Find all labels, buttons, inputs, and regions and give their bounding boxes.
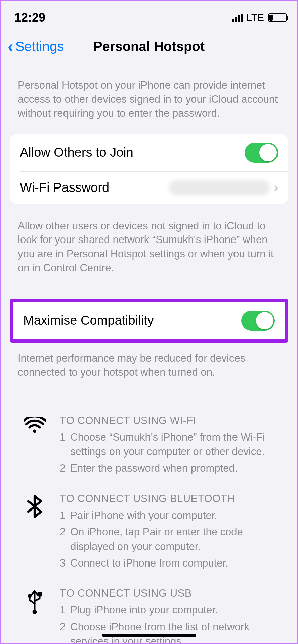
chevron-left-icon: ‹ xyxy=(8,38,13,55)
hotspot-settings-card: Allow Others to Join Wi-Fi Password › xyxy=(10,134,288,204)
cellular-signal-icon xyxy=(232,14,243,22)
intro-description: Personal Hotspot on your iPhone can prov… xyxy=(1,65,297,127)
connect-wifi-title: TO CONNECT USING WI-FI xyxy=(60,415,280,427)
svg-point-0 xyxy=(33,610,37,614)
svg-rect-2 xyxy=(38,592,42,597)
connect-usb-step-2: 2Choose iPhone from the list of network … xyxy=(60,620,280,644)
connect-bluetooth-title: TO CONNECT USING BLUETOOTH xyxy=(60,493,280,505)
wifi-icon xyxy=(21,415,48,478)
svg-point-1 xyxy=(28,594,32,598)
connect-wifi-step-2: 2Enter the password when prompted. xyxy=(60,461,280,475)
maximise-compatibility-row[interactable]: Maximise Compatibility xyxy=(13,302,285,339)
maximise-compatibility-highlight: Maximise Compatibility xyxy=(10,299,288,343)
battery-icon xyxy=(268,13,287,22)
usb-icon xyxy=(21,587,48,644)
connect-wifi-block: TO CONNECT USING WI-FI 1Choose “Sumukh's… xyxy=(21,415,280,478)
home-indicator[interactable] xyxy=(102,634,196,637)
connect-instructions: TO CONNECT USING WI-FI 1Choose “Sumukh's… xyxy=(1,389,297,644)
status-time: 12:29 xyxy=(14,11,45,25)
wifi-password-value-redacted xyxy=(169,180,270,195)
connect-bluetooth-block: TO CONNECT USING BLUETOOTH 1Pair iPhone … xyxy=(21,493,280,573)
network-type: LTE xyxy=(246,12,264,23)
connect-bluetooth-step-1: 1Pair iPhone with your computer. xyxy=(60,508,280,523)
connect-wifi-step-1: 1Choose “Sumukh's iPhone” from the Wi-Fi… xyxy=(60,430,280,459)
back-button[interactable]: ‹ Settings xyxy=(8,38,64,55)
back-label: Settings xyxy=(15,39,64,54)
maximise-compatibility-footer: Internet performance may be reduced for … xyxy=(1,343,297,389)
allow-others-toggle[interactable] xyxy=(245,143,278,163)
maximise-compatibility-toggle[interactable] xyxy=(241,311,275,331)
connect-usb-step-1: 1Plug iPhone into your computer. xyxy=(60,603,280,617)
status-bar: 12:29 LTE xyxy=(1,1,297,31)
allow-others-row[interactable]: Allow Others to Join xyxy=(10,134,288,171)
allow-others-footer: Allow other users or devices not signed … xyxy=(1,211,297,285)
chevron-right-icon: › xyxy=(274,180,278,195)
page-title: Personal Hotspot xyxy=(93,39,205,54)
allow-others-label: Allow Others to Join xyxy=(20,145,133,160)
connect-bluetooth-step-3: 3Connect to iPhone from computer. xyxy=(60,556,280,570)
maximise-compatibility-label: Maximise Compatibility xyxy=(23,313,154,328)
wifi-password-row[interactable]: Wi-Fi Password › xyxy=(20,171,288,204)
nav-bar: ‹ Settings Personal Hotspot xyxy=(1,31,297,65)
connect-bluetooth-step-2: 2On iPhone, tap Pair or enter the code d… xyxy=(60,525,280,554)
wifi-password-label: Wi-Fi Password xyxy=(20,180,109,195)
connect-usb-title: TO CONNECT USING USB xyxy=(60,587,280,599)
bluetooth-icon xyxy=(21,493,48,573)
